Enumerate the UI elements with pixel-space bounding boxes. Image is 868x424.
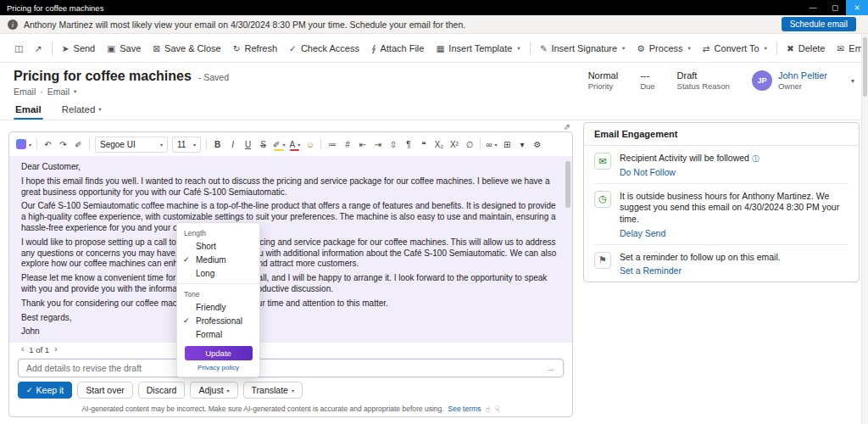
chevron-down-icon: ▾ bbox=[98, 106, 101, 113]
command-insert-signature[interactable]: ✎Insert Signature▾ bbox=[534, 38, 632, 59]
form-selector[interactable]: Email bbox=[47, 86, 70, 97]
menu-item-professional[interactable]: ✓Professional bbox=[177, 314, 259, 327]
header-collapse-chevron-icon[interactable]: ▾ bbox=[851, 77, 854, 85]
menu-item-medium[interactable]: ✓Medium bbox=[177, 253, 259, 266]
tab-related[interactable]: Related ▾ bbox=[60, 104, 103, 120]
format-bullet-list-button[interactable]: ≔ bbox=[325, 136, 339, 153]
due-label: Due bbox=[640, 81, 654, 91]
command-delete[interactable]: ✖Delete bbox=[781, 38, 832, 59]
engagement-text: Set a reminder to follow up on this emai… bbox=[620, 252, 781, 262]
format-divider bbox=[89, 138, 90, 150]
close-icon[interactable]: ✕ bbox=[846, 0, 868, 15]
menu-item-long[interactable]: Long bbox=[177, 266, 259, 280]
format-underline-button[interactable]: U bbox=[241, 136, 255, 153]
command-convert-to[interactable]: ⇄Convert To▾ bbox=[697, 38, 773, 59]
chevron-down-icon[interactable]: ▾ bbox=[74, 88, 76, 95]
format-blockquote-button[interactable]: ❝ bbox=[416, 136, 431, 153]
command-refresh[interactable]: ↻Refresh bbox=[227, 38, 283, 59]
menu-item-formal[interactable]: Formal bbox=[177, 327, 259, 341]
format-increase-indent-button[interactable]: ⇥ bbox=[370, 136, 385, 153]
menu-item-label: Short bbox=[196, 242, 216, 251]
numbered-list-icon: # bbox=[345, 140, 350, 149]
next-draft-icon[interactable]: › bbox=[54, 345, 57, 354]
overflow-icon: ▾ bbox=[520, 140, 525, 149]
format-font-color-button[interactable]: A▾ bbox=[287, 136, 302, 153]
command-insert-template[interactable]: ▦Insert Template▾ bbox=[430, 38, 526, 59]
redo-icon: ↷ bbox=[59, 140, 66, 149]
email-body[interactable]: Dear Customer,I hope this email finds yo… bbox=[9, 156, 572, 343]
format-bold-button[interactable]: B bbox=[210, 136, 225, 153]
privacy-policy-link[interactable]: Privacy policy bbox=[177, 364, 259, 371]
command-popout[interactable]: ↗ bbox=[29, 38, 48, 59]
format-highlight-button[interactable]: ✐▾ bbox=[271, 136, 287, 153]
titlebar: Pricing for coffee machines — ▢ ✕ bbox=[0, 0, 868, 15]
format-link-button[interactable]: ∞▾ bbox=[484, 136, 498, 153]
owner-value[interactable]: John Peltier bbox=[778, 70, 827, 81]
previous-draft-icon[interactable]: ‹ bbox=[21, 345, 24, 354]
send-prompt-icon[interactable]: → bbox=[546, 363, 555, 373]
command-save[interactable]: ▣Save bbox=[101, 38, 147, 59]
engagement-link[interactable]: Do Not Follow bbox=[620, 167, 760, 177]
format-format-painter-button[interactable]: ✐ bbox=[71, 136, 86, 153]
discard-button[interactable]: Discard bbox=[138, 382, 186, 399]
ai-disclaimer: AI-generated content may be incorrect. M… bbox=[9, 401, 572, 416]
command-collapse[interactable]: ◫ bbox=[8, 38, 29, 59]
engagement-link[interactable]: Set a Reminder bbox=[620, 265, 781, 276]
menu-item-friendly[interactable]: Friendly bbox=[177, 300, 259, 314]
keep-it-button[interactable]: ✓ Keep it bbox=[18, 382, 72, 399]
command-check-access[interactable]: ✓Check Access bbox=[283, 38, 365, 59]
format-italic-button[interactable]: I bbox=[225, 136, 240, 153]
command-send[interactable]: ➤Send bbox=[56, 38, 102, 59]
minimize-icon[interactable]: — bbox=[802, 0, 824, 15]
command-process[interactable]: ⚙Process▾ bbox=[631, 38, 696, 59]
menu-item-short[interactable]: Short bbox=[177, 239, 259, 253]
command-save-close[interactable]: ⊠Save & Close bbox=[147, 38, 226, 59]
format-settings-button[interactable]: ⚙ bbox=[531, 136, 545, 153]
format-overflow-button[interactable]: ▾ bbox=[515, 136, 530, 153]
format-table-button[interactable]: ⊞ bbox=[500, 136, 515, 153]
command-attach-file[interactable]: ∮Attach File bbox=[365, 38, 430, 59]
thumbs-down-icon[interactable]: ☟ bbox=[494, 404, 499, 414]
maximize-icon[interactable]: ▢ bbox=[824, 0, 846, 15]
translate-button[interactable]: Translate ▾ bbox=[243, 382, 303, 399]
start-over-button[interactable]: Start over bbox=[77, 382, 133, 399]
format-line-spacing-button[interactable]: ⇳ bbox=[386, 136, 400, 153]
page-scrollbar-track[interactable] bbox=[861, 34, 868, 424]
engagement-link[interactable]: Delay Send bbox=[620, 228, 849, 238]
format-decrease-indent-button[interactable]: ⇤ bbox=[355, 136, 370, 153]
update-button[interactable]: Update bbox=[185, 346, 253, 360]
page-scrollbar[interactable] bbox=[863, 37, 867, 97]
format-font-family-select[interactable]: Segoe UI▾ bbox=[95, 137, 168, 153]
email-engagement-card: Email Engagement ✉Recipient Activity wil… bbox=[583, 122, 860, 282]
format-subscript-button[interactable]: X₂ bbox=[431, 136, 446, 153]
format-paragraph-marks-button[interactable]: ¶ bbox=[401, 136, 415, 153]
menu-item-label: Long bbox=[196, 269, 214, 278]
expand-editor-icon[interactable]: ⇗ bbox=[564, 123, 570, 131]
see-terms-link[interactable]: See terms bbox=[448, 404, 481, 413]
format-emoji-button[interactable]: ☺ bbox=[303, 136, 317, 153]
format-font-size-select[interactable]: 11▾ bbox=[172, 137, 201, 153]
thumbs-up-icon[interactable]: ☝ bbox=[485, 404, 490, 414]
format-clear-format-button[interactable]: ∅ bbox=[462, 136, 476, 153]
status-label: Status Reason bbox=[677, 81, 730, 91]
email-link-icon: ✉ bbox=[837, 43, 844, 53]
format-undo-button[interactable]: ↶ bbox=[41, 136, 55, 153]
format-redo-button[interactable]: ↷ bbox=[56, 136, 70, 153]
owner-field[interactable]: JP John Peltier Owner bbox=[752, 70, 827, 91]
blockquote-icon: ❝ bbox=[421, 140, 426, 149]
schedule-email-button[interactable]: Schedule email bbox=[782, 17, 856, 31]
check-icon: ✓ bbox=[183, 255, 190, 264]
revise-input[interactable]: Add details to revise the draft → bbox=[18, 359, 564, 377]
refresh-icon: ↻ bbox=[233, 43, 241, 53]
adjust-button[interactable]: Adjust ▾ bbox=[190, 382, 237, 399]
editor-scrollbar[interactable] bbox=[565, 161, 570, 208]
format-superscript-button[interactable]: X² bbox=[447, 136, 461, 153]
engagement-item-text: Set a reminder to follow up on this emai… bbox=[620, 252, 781, 264]
format-strikethrough-button[interactable]: S bbox=[256, 136, 270, 153]
tab-email[interactable]: Email bbox=[14, 104, 43, 120]
copilot-button[interactable]: ▾ bbox=[14, 136, 33, 153]
engagement-items: ✉Recipient Activity will be followedⓘDo … bbox=[584, 146, 859, 282]
info-icon[interactable]: ⓘ bbox=[752, 154, 760, 163]
format-numbered-list-button[interactable]: # bbox=[340, 136, 354, 153]
status-value: Draft bbox=[677, 70, 730, 81]
